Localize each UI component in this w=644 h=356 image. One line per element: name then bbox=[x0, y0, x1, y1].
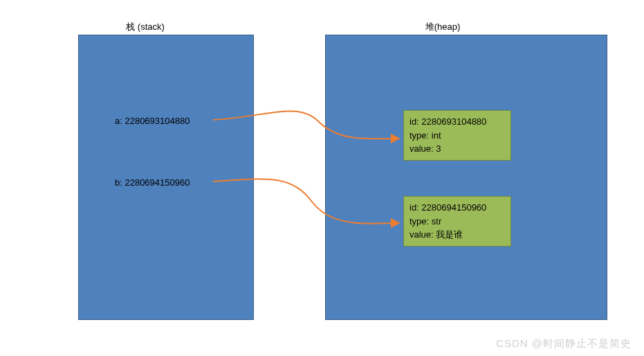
stack-box: a: 2280693104880 b: 2280694150960 bbox=[78, 35, 254, 320]
obj-id: id: 2280693104880 bbox=[410, 115, 505, 129]
stack-title: 栈 (stack) bbox=[104, 21, 187, 33]
heap-box: id: 2280693104880 type: int value: 3 id:… bbox=[325, 35, 607, 320]
obj-type: type: str bbox=[410, 215, 505, 229]
stack-item-a: a: 2280693104880 bbox=[115, 116, 190, 126]
obj-id: id: 2280694150960 bbox=[410, 201, 505, 215]
watermark: CSDN @时间静止不是简史 bbox=[496, 337, 632, 350]
obj-type: type: int bbox=[410, 129, 505, 143]
heap-title: 堆(heap) bbox=[401, 21, 484, 33]
stack-item-b: b: 2280694150960 bbox=[115, 177, 190, 188]
heap-object-str: id: 2280694150960 type: str value: 我是谁 bbox=[403, 196, 511, 247]
obj-value: value: 3 bbox=[410, 142, 505, 156]
heap-object-int: id: 2280693104880 type: int value: 3 bbox=[403, 110, 511, 161]
obj-value: value: 我是谁 bbox=[410, 228, 505, 242]
